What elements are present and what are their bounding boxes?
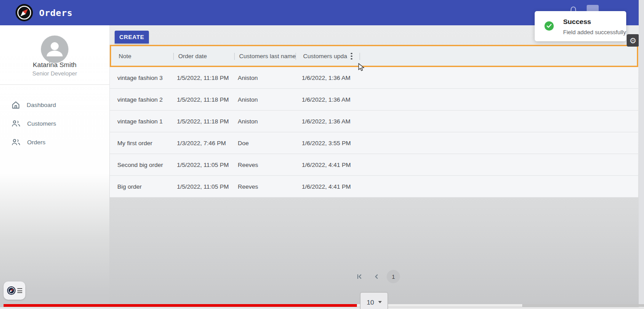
people-icon: [12, 138, 20, 146]
avatar: [41, 36, 68, 63]
column-header-customers-last-name[interactable]: Customers last name: [234, 53, 296, 59]
toast-title: Success: [563, 18, 591, 26]
page-size-select[interactable]: 10: [360, 292, 388, 309]
column-header-customers-updated[interactable]: Customers upda: [296, 53, 349, 59]
header-divider: [173, 53, 174, 60]
profile-role: Senior Developer: [0, 70, 109, 77]
table-row[interactable]: vintage fashion 2 1/5/2022, 11:18 PM Ani…: [110, 89, 638, 111]
pagination-page-1[interactable]: 1: [387, 270, 400, 283]
table-row[interactable]: Second big order 1/5/2022, 11:05 PM Reev…: [110, 154, 638, 176]
header-divider: [234, 53, 235, 60]
sidebar-divider: [0, 84, 109, 85]
pagination-first-page-icon[interactable]: [353, 270, 366, 283]
toast-message: Field added successfully: [563, 29, 626, 36]
profile-name: Katarina Smith: [0, 61, 109, 68]
page-title: Orders: [39, 8, 72, 18]
column-header-order-date[interactable]: Order date: [173, 53, 234, 59]
create-button[interactable]: CREATE: [115, 31, 149, 44]
main-content: CREATE Note Order date Customers last na…: [109, 25, 639, 309]
scrollbar[interactable]: [639, 0, 644, 309]
sidebar-menu: Dashboard Customers Orders: [0, 95, 109, 151]
video-progress-bar: [4, 304, 357, 307]
table-row[interactable]: Big order 1/5/2022, 11:05 PM Reeves 1/6/…: [110, 176, 638, 198]
pagination: 1: [353, 270, 400, 283]
video-progress-track-dark: [522, 304, 644, 307]
video-progress-track-base: [0, 307, 644, 309]
people-icon: [12, 119, 20, 127]
table-row[interactable]: My first order 1/3/2022, 7:46 PM Doe 1/6…: [110, 132, 638, 154]
success-check-icon: [544, 21, 554, 31]
mouse-cursor: [358, 63, 365, 72]
column-header-note[interactable]: Note: [111, 53, 173, 59]
pagination-prev-page-icon[interactable]: [370, 270, 383, 283]
table-body: vintage fashion 3 1/5/2022, 11:18 PM Ani…: [110, 67, 638, 198]
sidebar-item-dashboard[interactable]: Dashboard: [0, 95, 109, 114]
sidebar: Katarina Smith Senior Developer Dashboar…: [0, 25, 109, 309]
home-icon: [12, 101, 20, 109]
header-divider: [360, 53, 360, 60]
sidebar-item-orders[interactable]: Orders: [0, 133, 109, 151]
compass-logo-icon: [16, 4, 33, 21]
settings-gear-button[interactable]: ⚙: [627, 34, 639, 47]
table-row[interactable]: vintage fashion 3 1/5/2022, 11:18 PM Ani…: [110, 67, 638, 89]
sidebar-item-customers[interactable]: Customers: [0, 114, 109, 133]
hamburger-icon: [17, 288, 22, 293]
header-divider: [296, 53, 296, 60]
floating-widget[interactable]: [4, 281, 25, 300]
chevron-down-icon: [378, 301, 382, 303]
table-row[interactable]: vintage fashion 1 1/5/2022, 11:18 PM Ani…: [110, 111, 638, 132]
column-menu-kebab-icon[interactable]: [351, 53, 352, 60]
compass-mini-icon: [7, 286, 16, 295]
success-toast: Success Field added successfully: [535, 11, 626, 41]
table-header-row: Note Order date Customers last name Cust…: [110, 45, 638, 67]
